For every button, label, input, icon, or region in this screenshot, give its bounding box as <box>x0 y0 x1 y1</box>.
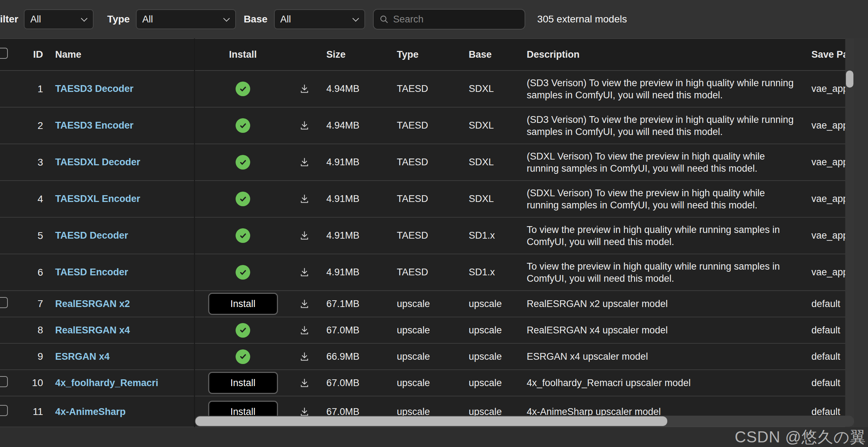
header-base: Base <box>460 49 518 60</box>
model-description: (SD3 Verison) To view the preview in hig… <box>518 114 803 138</box>
download-icon[interactable] <box>299 120 310 131</box>
model-name-link[interactable]: RealESRGAN x4 <box>44 325 194 336</box>
row-id: 6 <box>14 267 44 278</box>
download-cell <box>292 267 317 278</box>
model-size: 67.0MB <box>317 378 388 389</box>
filter-select[interactable]: All <box>24 9 94 29</box>
chevron-down-icon <box>223 15 230 21</box>
row-checkbox[interactable] <box>0 297 8 308</box>
model-type: upscale <box>388 378 460 389</box>
model-base: SD1.x <box>460 230 518 241</box>
model-type: TAESD <box>388 230 460 241</box>
install-status-cell <box>194 155 292 170</box>
model-base: upscale <box>460 378 518 389</box>
row-id: 2 <box>14 120 44 131</box>
download-cell <box>292 193 317 204</box>
model-name-link[interactable]: RealESRGAN x2 <box>44 298 194 310</box>
download-cell <box>292 230 317 241</box>
install-status-cell <box>194 228 292 243</box>
model-description: To view the preview in high quality whil… <box>518 224 803 248</box>
base-select-value: All <box>280 14 291 25</box>
search-input[interactable]: Search <box>373 9 525 30</box>
header-name: Name <box>44 49 194 60</box>
model-name-link[interactable]: 4x-AnimeSharp <box>44 406 194 417</box>
sticky-column-divider <box>194 38 195 427</box>
model-type: TAESD <box>388 83 460 94</box>
install-status-cell <box>194 265 292 280</box>
model-size: 4.91MB <box>317 193 388 204</box>
installed-check-icon <box>236 155 250 170</box>
download-icon[interactable] <box>299 230 310 241</box>
download-icon[interactable] <box>299 83 310 94</box>
type-select[interactable]: All <box>136 9 236 29</box>
download-icon[interactable] <box>299 193 310 204</box>
model-name-link[interactable]: TAESD3 Encoder <box>44 120 194 131</box>
row-id: 3 <box>14 157 44 168</box>
row-checkbox-cell <box>0 297 14 311</box>
model-name-link[interactable]: TAESDXL Encoder <box>44 193 194 204</box>
download-icon[interactable] <box>299 157 310 168</box>
download-icon[interactable] <box>299 298 310 310</box>
select-all-checkbox[interactable] <box>0 48 8 59</box>
table-row: 8RealESRGAN x467.0MBupscaleupscaleRealES… <box>0 317 854 344</box>
model-name-link[interactable]: TAESDXL Decoder <box>44 157 194 168</box>
model-type: TAESD <box>388 267 460 278</box>
row-id: 7 <box>14 298 44 310</box>
model-description: RealESRGAN x2 upscaler model <box>518 298 803 310</box>
model-name-link[interactable]: TAESD Encoder <box>44 267 194 278</box>
model-type: TAESD <box>388 120 460 131</box>
install-button[interactable]: Install <box>208 293 278 315</box>
external-models-dialog: ilter All Type All Base All Search 305 e… <box>0 0 868 447</box>
model-base: SDXL <box>460 157 518 168</box>
row-checkbox-cell <box>0 376 14 390</box>
download-cell <box>292 351 317 362</box>
model-base: upscale <box>460 298 518 310</box>
row-checkbox[interactable] <box>0 405 8 416</box>
vertical-scrollbar[interactable] <box>845 38 854 427</box>
install-status-cell <box>194 323 292 338</box>
model-description: RealESRGAN x4 upscaler model <box>518 324 803 336</box>
install-button[interactable]: Install <box>208 372 278 394</box>
installed-check-icon <box>236 265 250 280</box>
row-id: 9 <box>14 351 44 362</box>
install-status-cell <box>194 82 292 96</box>
horizontal-scrollbar-thumb[interactable] <box>195 416 667 426</box>
model-base: SDXL <box>460 120 518 131</box>
installed-check-icon <box>236 349 250 364</box>
download-icon[interactable] <box>299 325 310 336</box>
vertical-scrollbar-thumb[interactable] <box>846 71 853 88</box>
chevron-down-icon <box>81 15 88 21</box>
model-size: 4.94MB <box>317 83 388 94</box>
base-label: Base <box>244 14 268 25</box>
model-name-link[interactable]: TAESD3 Decoder <box>44 83 194 94</box>
models-count: 305 external models <box>537 14 627 25</box>
download-icon[interactable] <box>299 351 310 362</box>
row-checkbox[interactable] <box>0 376 8 387</box>
install-status-cell <box>194 118 292 133</box>
download-cell <box>292 378 317 389</box>
model-name-link[interactable]: ESRGAN x4 <box>44 351 194 362</box>
model-type: TAESD <box>388 193 460 204</box>
filter-label: ilter <box>0 14 18 25</box>
download-icon[interactable] <box>299 267 310 278</box>
install-status-cell <box>194 349 292 364</box>
base-select[interactable]: All <box>274 9 365 29</box>
row-id: 8 <box>14 324 44 336</box>
row-checkbox-cell <box>0 405 14 419</box>
model-name-link[interactable]: TAESD Decoder <box>44 230 194 241</box>
horizontal-scrollbar[interactable] <box>195 416 854 427</box>
table-row: 1TAESD3 Decoder4.94MBTAESDSDXL(SD3 Veris… <box>0 71 854 108</box>
row-id: 5 <box>14 230 44 241</box>
download-icon[interactable] <box>299 378 310 389</box>
table-row: 3TAESDXL Decoder4.91MBTAESDSDXL(SDXL Ver… <box>0 144 854 181</box>
model-base: upscale <box>460 325 518 336</box>
table-row: 4TAESDXL Encoder4.91MBTAESDSDXL(SDXL Ver… <box>0 181 854 218</box>
model-description: To view the preview in high quality whil… <box>518 260 803 285</box>
model-description: (SDXL Verison) To view the preview in hi… <box>518 187 803 211</box>
model-name-link[interactable]: 4x_foolhardy_Remacri <box>44 378 194 389</box>
installed-check-icon <box>236 82 250 96</box>
download-cell <box>292 120 317 131</box>
download-cell <box>292 298 317 310</box>
model-type: upscale <box>388 351 460 362</box>
model-description: (SD3 Verison) To view the preview in hig… <box>518 77 803 101</box>
